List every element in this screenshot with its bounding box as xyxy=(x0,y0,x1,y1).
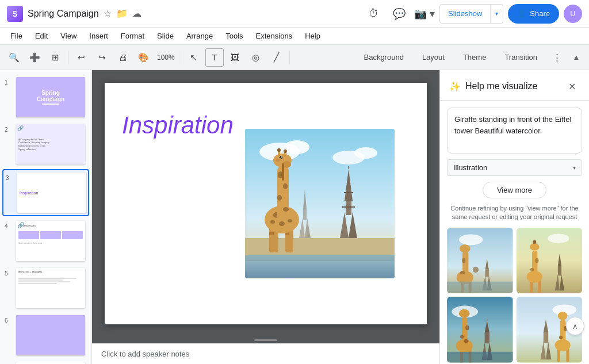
svg-point-88 xyxy=(464,339,468,343)
slide-preview-1: SpringCampaign xyxy=(16,77,85,117)
menu-slide[interactable]: Slide xyxy=(151,29,179,43)
comments-button[interactable]: 💬 xyxy=(389,3,410,24)
svg-rect-13 xyxy=(344,192,353,193)
folder-icon[interactable]: 📁 xyxy=(116,8,128,19)
app-logo: S xyxy=(7,6,23,22)
zoom-display[interactable]: 100% xyxy=(155,53,177,62)
doc-title: Spring Campaign xyxy=(28,9,99,19)
canvas-scroll[interactable]: Inspiration xyxy=(92,70,439,337)
toolbar: 🔍 ➕ ⊞ ↩ ↪ 🖨 🎨 100% ↖ T 🖼 ◎ ╱ Background … xyxy=(0,45,589,70)
wand-icon: ✨ xyxy=(449,81,461,92)
svg-point-55 xyxy=(460,244,471,253)
avatar[interactable]: U xyxy=(564,5,582,23)
camera-button[interactable]: 📷 ▾ xyxy=(414,3,435,24)
refine-text: Continue refining by using "view more" f… xyxy=(447,204,582,222)
image-thumb-2[interactable] xyxy=(517,228,583,294)
slide-preview-2: 🔗 A Company Full of TeamConfidence, Stun… xyxy=(16,124,85,164)
svg-point-40 xyxy=(277,148,281,152)
zoom-out-button[interactable]: 🔍 xyxy=(5,48,23,67)
canvas-area: Inspiration xyxy=(92,70,439,364)
layout-tab[interactable]: Layout xyxy=(414,49,453,65)
share-button[interactable]: 👤 Share xyxy=(508,4,559,24)
svg-point-87 xyxy=(460,335,464,339)
style-select[interactable]: Illustration ▾ xyxy=(447,159,582,176)
zoom-in-button[interactable]: ➕ xyxy=(25,48,44,67)
svg-rect-78 xyxy=(485,333,489,344)
svg-point-27 xyxy=(279,221,285,226)
notes-bar[interactable]: Click to add speaker notes xyxy=(92,343,439,364)
history-button[interactable]: ⏱ xyxy=(364,3,384,24)
print-button[interactable]: 🖨 xyxy=(113,48,132,67)
slide-thumb-7[interactable]: 7 Inspiration xyxy=(2,360,89,364)
lines-tool[interactable]: ╱ xyxy=(267,48,286,67)
svg-rect-64 xyxy=(557,266,561,275)
menu-arrange[interactable]: Arrange xyxy=(181,29,219,43)
svg-rect-43 xyxy=(282,163,284,181)
more-options-button[interactable]: ⋮ xyxy=(548,48,566,67)
slide-main-title: Inspiration xyxy=(122,100,234,139)
view-more-button[interactable]: View more xyxy=(483,182,546,198)
slideshow-button-group: Slideshow ▾ xyxy=(439,4,503,24)
menu-help[interactable]: Help xyxy=(299,29,326,43)
svg-point-85 xyxy=(459,309,470,318)
svg-rect-9 xyxy=(346,201,351,215)
shapes-tool[interactable]: ◎ xyxy=(247,48,265,67)
slideshow-main-button[interactable]: Slideshow xyxy=(440,5,491,23)
svg-rect-12 xyxy=(342,206,355,208)
menu-insert[interactable]: Insert xyxy=(83,29,114,43)
toolbar-divider-1 xyxy=(68,51,68,64)
svg-point-32 xyxy=(283,183,288,189)
zoom-fit-button[interactable]: ⊞ xyxy=(46,48,64,67)
slideshow-dropdown-button[interactable]: ▾ xyxy=(491,5,503,23)
slide-panel: 1 SpringCampaign 2 🔗 A Company Full of T… xyxy=(0,70,92,364)
prompt-box[interactable]: Giraffe standing in front of the Eiffel … xyxy=(447,108,582,154)
transition-tab[interactable]: Transition xyxy=(496,49,545,65)
slide-thumb-5[interactable]: 5 Milestones + Highlights xyxy=(2,266,89,311)
image-thumb-3[interactable] xyxy=(447,297,513,363)
slide-thumb-3[interactable]: 3 Inspiration xyxy=(2,169,89,216)
theme-tab[interactable]: Theme xyxy=(455,49,494,65)
svg-rect-16 xyxy=(303,209,307,220)
star-icon[interactable]: ☆ xyxy=(104,8,112,19)
menu-view[interactable]: View xyxy=(55,29,82,43)
undo-button[interactable]: ↩ xyxy=(72,48,90,67)
svg-point-4 xyxy=(284,140,309,154)
svg-point-38 xyxy=(281,156,282,158)
slide-thumb-6[interactable]: 6 xyxy=(2,313,89,358)
menu-tools[interactable]: Tools xyxy=(220,29,248,43)
panel-close-button[interactable]: ✕ xyxy=(564,78,580,94)
svg-point-73 xyxy=(530,268,533,271)
svg-rect-94 xyxy=(543,332,548,343)
image-tool[interactable]: 🖼 xyxy=(226,48,244,67)
panel-header: ✨ Help me visualize ✕ xyxy=(440,70,589,101)
collapse-button[interactable]: ▲ xyxy=(568,49,584,66)
slide-thumb-2[interactable]: 2 🔗 A Company Full of TeamConfidence, St… xyxy=(2,122,89,167)
redo-button[interactable]: ↪ xyxy=(93,48,111,67)
menu-file[interactable]: File xyxy=(5,29,28,43)
text-tool[interactable]: T xyxy=(205,48,224,67)
cloud-icon[interactable]: ☁ xyxy=(132,8,141,19)
svg-rect-99 xyxy=(560,320,565,346)
menu-bar: File Edit View Insert Format Slide Arran… xyxy=(0,28,589,45)
slide-preview-5: Milestones + Highlights xyxy=(16,268,85,308)
menu-format[interactable]: Format xyxy=(115,29,150,43)
right-panel: ✨ Help me visualize ✕ Giraffe standing i… xyxy=(439,70,589,364)
title-bar: S Spring Campaign ☆ 📁 ☁ ⏱ 💬 📷 ▾ Slidesho… xyxy=(0,0,589,28)
cursor-tool[interactable]: ↖ xyxy=(185,48,203,67)
svg-point-72 xyxy=(535,258,538,263)
svg-point-86 xyxy=(465,325,469,330)
paint-button[interactable]: 🎨 xyxy=(134,48,152,67)
svg-point-29 xyxy=(288,219,292,223)
menu-extensions[interactable]: Extensions xyxy=(250,29,299,43)
slide-thumb-1[interactable]: 1 SpringCampaign xyxy=(2,75,89,120)
slide-thumb-4[interactable]: 4 🔗 Key Deliverables Some notes here Som… xyxy=(2,219,89,263)
menu-edit[interactable]: Edit xyxy=(29,29,53,43)
giraffe-scene-svg xyxy=(245,129,395,278)
notes-placeholder: Click to add speaker notes xyxy=(101,350,189,358)
scroll-up-button[interactable]: ∧ xyxy=(566,317,584,335)
background-tab[interactable]: Background xyxy=(355,49,411,65)
image-thumb-1[interactable] xyxy=(447,228,513,294)
svg-rect-89 xyxy=(447,352,513,363)
svg-point-71 xyxy=(533,240,536,244)
dropdown-arrow-icon: ▾ xyxy=(573,164,576,171)
